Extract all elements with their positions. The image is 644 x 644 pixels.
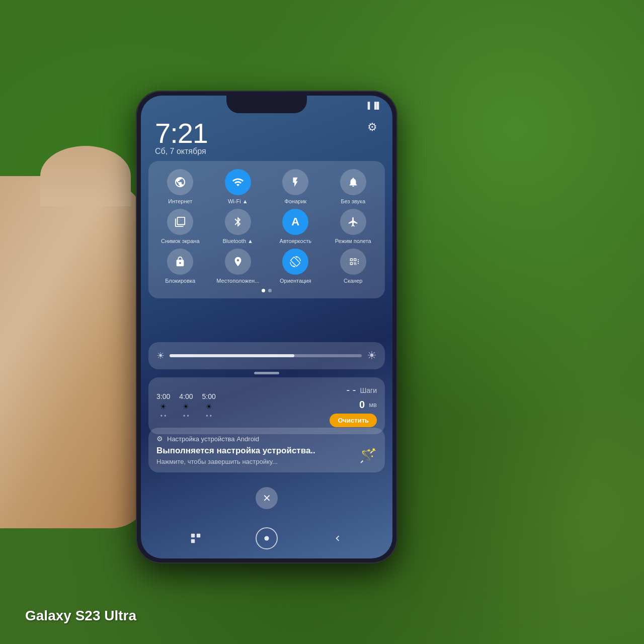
qs-item-wifi[interactable]: Wi-Fi ▲	[211, 169, 265, 205]
settings-icon[interactable]: ⚙	[367, 121, 381, 135]
steps-dots-3: • •	[206, 413, 212, 420]
steps-time-col-3: 5:00 ☀ • •	[202, 392, 216, 420]
setup-gear-icon: ⚙	[156, 435, 163, 443]
battery-indicator: ▐▌	[372, 102, 381, 109]
orientation-icon	[282, 249, 308, 275]
steps-sun-1: ☀	[160, 403, 167, 411]
quick-settings-panel: Интернет Wi-Fi ▲	[148, 161, 385, 298]
autobrightness-icon: A	[282, 209, 308, 235]
qs-item-bluetooth[interactable]: Bluetooth ▲	[211, 209, 265, 245]
steps-time-3: 5:00	[202, 392, 216, 400]
setup-title: Выполняется настройка устройства..	[156, 446, 359, 456]
brightness-handle	[254, 372, 279, 374]
steps-label: Шаги	[360, 386, 377, 394]
setup-header: ⚙ Настройка устройства Android	[156, 435, 377, 443]
svg-rect-0	[191, 534, 195, 537]
back-button[interactable]	[328, 528, 348, 548]
steps-dots-2: • •	[183, 413, 189, 420]
brightness-high-icon: ☀	[367, 349, 377, 362]
qs-item-orientation[interactable]: Ориентация	[269, 249, 323, 284]
screenshot-label: Снимок экрана	[161, 238, 200, 245]
brightness-panel: ☀ ☀	[148, 342, 385, 369]
clear-button[interactable]: Очистить	[330, 414, 377, 427]
svg-point-3	[264, 536, 269, 540]
scanner-label: Сканер	[344, 278, 362, 284]
qs-dot-2	[268, 289, 272, 292]
qs-item-flashlight[interactable]: Фонарик	[269, 169, 323, 205]
steps-dashes: - -	[347, 384, 356, 396]
steps-time-1: 3:00	[156, 392, 170, 400]
setup-subtitle: Нажмите, чтобы завершить настройку...	[156, 458, 359, 465]
steps-times: 3:00 ☀ • • 4:00 ☀ • • 5:00 ☀ • •	[156, 392, 216, 420]
svg-rect-1	[197, 534, 200, 537]
flashlight-icon	[282, 169, 308, 195]
qs-dot-1	[262, 289, 265, 292]
airplane-icon	[340, 209, 366, 235]
setup-app-name: Настройка устройства Android	[167, 435, 259, 443]
qs-item-scanner[interactable]: Сканер	[327, 249, 380, 284]
autobrightness-label: Автояркость	[280, 238, 311, 245]
wifi-icon	[225, 169, 251, 195]
phone-screen: ▐ ▐▌ 7:21 Сб, 7 октября ⚙ Интернет	[141, 96, 392, 558]
lock-label: Блокировка	[165, 278, 195, 284]
flashlight-label: Фонарик	[284, 198, 306, 205]
setup-texts: Выполняется настройка устройства.. Нажми…	[156, 446, 359, 465]
recent-apps-button[interactable]	[186, 528, 206, 548]
steps-label-row: - - Шаги	[347, 384, 377, 396]
clock-time: 7:21	[155, 117, 208, 149]
wifi-label: Wi-Fi ▲	[228, 198, 248, 205]
silent-label: Без звука	[341, 198, 365, 205]
bluetooth-icon	[225, 209, 251, 235]
scanner-icon	[340, 249, 366, 275]
orientation-label: Ориентация	[280, 278, 311, 284]
steps-sun-3: ☀	[206, 403, 212, 411]
bottom-navigation	[141, 527, 392, 549]
steps-count-row: 0 мв	[359, 399, 377, 411]
location-label: Местоположен...	[216, 278, 259, 284]
qs-item-autobrightness[interactable]: A Автояркость	[269, 209, 323, 245]
setup-content-row: Выполняется настройка устройства.. Нажми…	[156, 446, 377, 465]
brightness-low-icon: ☀	[156, 350, 165, 361]
date-display: Сб, 7 октября	[155, 147, 206, 156]
airplane-label: Режим полета	[335, 238, 371, 245]
silent-icon	[340, 169, 366, 195]
home-button[interactable]	[256, 527, 278, 549]
setup-wizard-icon: 🪄	[359, 447, 377, 464]
bluetooth-label: Bluetooth ▲	[223, 238, 253, 245]
internet-icon	[167, 169, 193, 195]
steps-widget: 3:00 ☀ • • 4:00 ☀ • • 5:00 ☀ • •	[148, 377, 385, 434]
steps-count: 0	[359, 399, 365, 411]
steps-dots-1: • •	[160, 413, 167, 420]
steps-time-col-1: 3:00 ☀ • •	[156, 392, 170, 420]
steps-time-col-2: 4:00 ☀ • •	[179, 392, 193, 420]
qs-item-location[interactable]: Местоположен...	[211, 249, 265, 284]
svg-rect-2	[191, 539, 195, 543]
qs-item-internet[interactable]: Интернет	[153, 169, 207, 205]
brightness-row: ☀ ☀	[156, 349, 377, 362]
phone-notch	[226, 96, 307, 113]
steps-right: - - Шаги 0 мв Очистить	[330, 384, 377, 427]
steps-row: 3:00 ☀ • • 4:00 ☀ • • 5:00 ☀ • •	[156, 384, 377, 427]
steps-unit: мв	[369, 401, 377, 409]
brightness-fill	[170, 354, 294, 357]
brightness-slider[interactable]	[170, 354, 362, 357]
screenshot-icon	[167, 209, 193, 235]
lock-icon	[167, 249, 193, 275]
steps-time-2: 4:00	[179, 392, 193, 400]
internet-label: Интернет	[168, 198, 192, 205]
close-button[interactable]: ✕	[256, 487, 278, 509]
qs-item-screenshot[interactable]: Снимок экрана	[153, 209, 207, 245]
qs-item-silent[interactable]: Без звука	[327, 169, 380, 205]
steps-sun-2: ☀	[183, 403, 189, 411]
watermark: Galaxy S23 Ultra	[25, 608, 136, 624]
setup-notification[interactable]: ⚙ Настройка устройства Android Выполняет…	[148, 428, 385, 472]
location-icon	[225, 249, 251, 275]
qs-page-dots	[153, 289, 380, 292]
phone-body: ▐ ▐▌ 7:21 Сб, 7 октября ⚙ Интернет	[136, 91, 397, 564]
qs-grid-row1: Интернет Wi-Fi ▲	[153, 169, 380, 285]
qs-item-airplane[interactable]: Режим полета	[327, 209, 380, 245]
qs-item-lock[interactable]: Блокировка	[153, 249, 207, 284]
signal-icon: ▐	[365, 102, 370, 109]
status-bar-right: ▐ ▐▌	[365, 102, 381, 109]
hand-silhouette	[0, 176, 151, 528]
